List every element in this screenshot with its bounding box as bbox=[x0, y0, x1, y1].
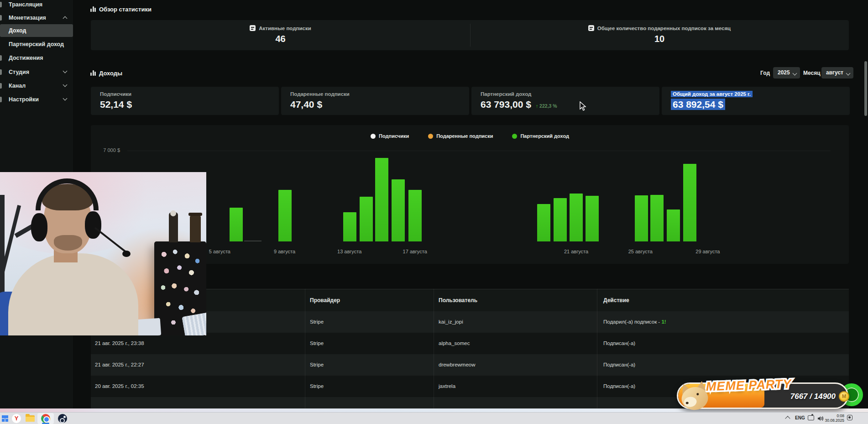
stat-value: 10 bbox=[470, 34, 849, 44]
column-header-provider: Провайдер bbox=[310, 289, 340, 312]
sidebar-item-studio[interactable]: Студия bbox=[0, 66, 73, 79]
figurine-right bbox=[190, 215, 201, 242]
settings-icon bbox=[0, 97, 2, 102]
doge-icon bbox=[679, 382, 711, 412]
chevron-up-icon bbox=[63, 16, 68, 21]
tray-time: 0:08 bbox=[823, 414, 844, 418]
stats-overview-icon bbox=[90, 6, 96, 12]
cell-action: Подписан(-а) bbox=[603, 376, 635, 397]
selected-text: 63 892,54 $ bbox=[671, 99, 725, 110]
x-axis-tick: 17 августа bbox=[392, 249, 438, 254]
revenue-label: Подаренные подписки bbox=[290, 91, 350, 97]
revenue-card-subscribers: Подписчики 52,14 $ bbox=[91, 87, 279, 115]
webcam-overlay bbox=[0, 172, 206, 335]
cell-provider: Stripe bbox=[310, 311, 324, 333]
sidebar-item-partner-income[interactable]: Партнерский доход bbox=[0, 38, 73, 51]
mic-icon bbox=[122, 251, 131, 257]
broadcast-icon bbox=[0, 2, 2, 7]
cell-user: jaxtrela bbox=[439, 376, 455, 397]
cell-user: kai_iz_jopi bbox=[439, 311, 463, 333]
steam-button[interactable] bbox=[58, 414, 68, 424]
sidebar-item-settings[interactable]: Настройки bbox=[0, 93, 73, 106]
stat-label: Общее количество подаренных подписок за … bbox=[597, 26, 731, 31]
month-dropdown[interactable]: август bbox=[821, 67, 853, 79]
cell-date: 21 авг. 2025 г., 23:38 bbox=[95, 333, 144, 354]
sidebar-item-label: Настройки bbox=[9, 93, 39, 106]
revenue-amount: 63 793,00 $ bbox=[481, 99, 531, 110]
overview-title: Обзор статистики bbox=[99, 6, 152, 13]
chevron-down-icon bbox=[63, 96, 68, 101]
stat-gifted-subs: Общее количество подаренных подписок за … bbox=[470, 20, 849, 50]
sidebar-item-label: Достижения bbox=[9, 52, 43, 64]
clock[interactable]: 0:08 30.08.2025 bbox=[823, 414, 844, 423]
x-axis-tick: 21 августа bbox=[553, 249, 599, 254]
month-label: Месяц bbox=[803, 70, 821, 76]
table-row: 21 авг. 2025 г., 22:27Stripedrewbrewmeow… bbox=[91, 354, 849, 376]
month-value: август bbox=[826, 69, 843, 76]
revenue-card-total: Общий доход за август 2025 г. 63 892,54 … bbox=[662, 87, 850, 115]
year-dropdown[interactable]: 2025 bbox=[773, 67, 800, 79]
year-value: 2025 bbox=[778, 69, 790, 76]
studio-icon bbox=[0, 69, 2, 75]
yandex-browser-button[interactable]: Y bbox=[11, 414, 21, 424]
yandex-browser-icon: Y bbox=[12, 414, 21, 423]
notification-icon[interactable] bbox=[847, 415, 852, 420]
revenue-label: Подписчики bbox=[100, 91, 131, 97]
chevron-down-icon bbox=[63, 69, 68, 73]
sidebar-item-channel[interactable]: Канал bbox=[0, 79, 73, 92]
sidebar-item-monetization[interactable]: Монетизация bbox=[0, 11, 73, 24]
column-divider bbox=[597, 289, 597, 412]
chrome-button-active[interactable] bbox=[37, 413, 54, 424]
sidebar-item-label: Монетизация bbox=[9, 11, 46, 24]
income-icon bbox=[90, 70, 96, 76]
overview-stats-card: Активные подписки 46 Общее количество по… bbox=[91, 20, 849, 50]
cell-action: Подписан(-а) bbox=[603, 354, 635, 376]
sidebar-item-broadcast[interactable]: Трансляция bbox=[0, 0, 73, 11]
sidebar-item-income[interactable]: Доход bbox=[0, 24, 73, 37]
column-divider bbox=[305, 289, 305, 412]
column-header-user: Пользователь bbox=[439, 289, 477, 312]
sidebar-item-achievements[interactable]: Достижения bbox=[0, 52, 73, 64]
revenue-value: 63 793,00 $↑ 222,3 % bbox=[481, 99, 557, 110]
cell-provider: Stripe bbox=[310, 354, 324, 376]
meme-party-title: MEME PARTY bbox=[706, 377, 792, 394]
selected-text: Общий доход за август 2025 г. bbox=[671, 91, 753, 97]
language-indicator[interactable]: ENG bbox=[795, 415, 805, 420]
table-row: 21 авг. 2025 г., 23:38Stripealpha_somecП… bbox=[91, 333, 849, 354]
cell-provider: Stripe bbox=[310, 376, 324, 397]
column-header-action: Действие bbox=[603, 289, 629, 312]
revenue-label: Партнерский доход bbox=[481, 91, 531, 97]
revenue-label: Общий доход за август 2025 г. bbox=[671, 91, 753, 97]
chevron-down-icon bbox=[792, 71, 797, 76]
chrome-icon bbox=[41, 414, 50, 423]
subscriptions-icon bbox=[250, 25, 256, 31]
tray-date: 30.08.2025 bbox=[823, 418, 844, 423]
channel-icon bbox=[0, 83, 2, 89]
chevron-down-icon bbox=[63, 83, 68, 87]
arrow-up-icon: ↑ bbox=[536, 103, 538, 109]
display-icon[interactable] bbox=[808, 415, 814, 420]
steam-icon bbox=[58, 414, 67, 423]
coin-icon: M bbox=[839, 391, 849, 402]
start-button[interactable] bbox=[0, 414, 10, 424]
year-label: Год bbox=[760, 70, 770, 76]
sidebar-item-label: Доход bbox=[9, 24, 26, 37]
revenue-card-partner: Партнерский доход 63 793,00 $↑ 222,3 % bbox=[471, 87, 659, 115]
revenue-card-gifted: Подаренные подписки 47,40 $ bbox=[281, 87, 469, 115]
sidebar-item-label: Студия bbox=[9, 66, 29, 79]
chevron-down-icon bbox=[846, 71, 851, 76]
figurine-left bbox=[169, 212, 178, 242]
monetization-icon bbox=[0, 15, 2, 21]
taskbar: Y bbox=[0, 412, 868, 424]
revenue-delta: ↑ 222,3 % bbox=[536, 103, 557, 109]
cell-action: Подписан(-а) bbox=[603, 333, 635, 354]
x-axis-tick: 25 августа bbox=[617, 249, 663, 254]
scrollbar-thumb[interactable] bbox=[864, 61, 867, 116]
action-highlight: 1! bbox=[661, 319, 666, 325]
file-explorer-button[interactable] bbox=[25, 414, 35, 424]
stat-label: Активные подписки bbox=[259, 26, 311, 31]
cell-user: alpha_somec bbox=[439, 333, 470, 354]
revenue-value: 47,40 $ bbox=[290, 99, 322, 110]
stat-value: 46 bbox=[91, 34, 470, 44]
revenue-value: 63 892,54 $ bbox=[671, 99, 725, 110]
